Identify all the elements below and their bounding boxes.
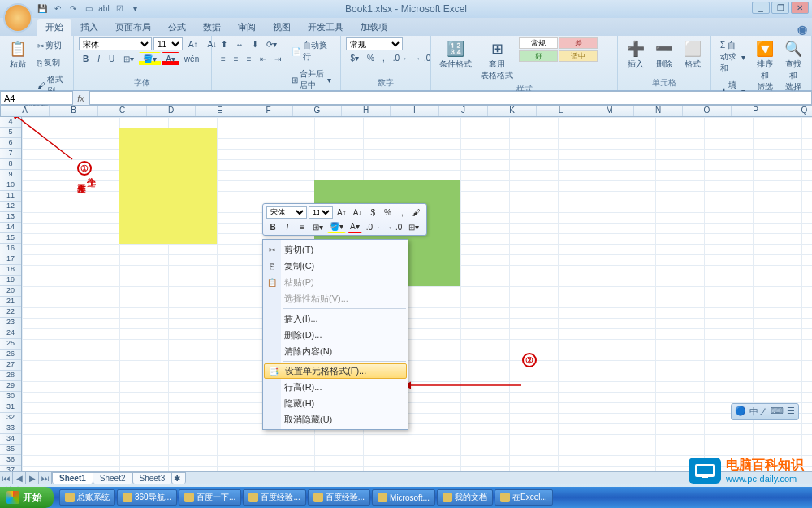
row-header[interactable]: 6 [0, 138, 21, 149]
delete-cells-button[interactable]: ➖删除 [651, 37, 677, 72]
row-header[interactable]: 13 [0, 212, 21, 223]
menu-row-height[interactable]: 行高(R)... [263, 379, 408, 395]
mini-dec-icon[interactable]: .0→ [364, 220, 383, 233]
row-header[interactable]: 19 [0, 276, 21, 286]
row-header[interactable]: 18 [0, 265, 21, 276]
wrap-text-button[interactable]: 📄 自动换行 [287, 37, 336, 65]
menu-delete[interactable]: 删除(D)... [263, 327, 408, 343]
style-good[interactable]: 好 [519, 50, 558, 62]
taskbar-item[interactable]: 在Excel... [495, 489, 553, 506]
row-header[interactable]: 34 [0, 434, 21, 445]
menu-unhide[interactable]: 取消隐藏(U) [263, 411, 408, 428]
grow-font-icon[interactable]: A↑ [184, 37, 202, 51]
phonetic-button[interactable]: wén [180, 52, 203, 66]
mini-font-select[interactable]: 宋体 [266, 206, 307, 219]
tab-addin[interactable]: 加载项 [352, 19, 395, 36]
qat-item[interactable]: ☑ [113, 2, 126, 15]
qat-item[interactable]: ▭ [82, 2, 95, 15]
mini-bold-button[interactable]: B [266, 220, 279, 233]
orientation-icon[interactable]: ⟳▾ [262, 37, 281, 51]
next-sheet-icon[interactable]: ▶ [26, 472, 39, 484]
row-header[interactable]: 23 [0, 318, 21, 328]
qat-undo-icon[interactable]: ↶ [51, 2, 64, 15]
options-icon[interactable]: ☰ [787, 406, 795, 418]
mini-border-icon[interactable]: ⊞▾ [310, 220, 326, 233]
cell-grid[interactable]: ① 选个作 全整工作表 宋体 11 A↑ A↓ $ % , 🖌 B I [22, 117, 812, 471]
mini-merge-icon[interactable]: ⊞▾ [406, 220, 421, 233]
qat-redo-icon[interactable]: ↷ [67, 2, 80, 15]
sheet-tab-2[interactable]: Sheet2 [93, 472, 133, 484]
mini-shrink-icon[interactable]: A↓ [351, 206, 365, 219]
tab-data[interactable]: 数据 [195, 19, 229, 36]
align-middle-icon[interactable]: ↔ [231, 37, 248, 51]
column-header[interactable]: G [293, 106, 342, 116]
mini-fill-icon[interactable]: 🪣▾ [327, 220, 346, 233]
qat-save-icon[interactable]: 💾 [36, 2, 49, 15]
column-header[interactable]: I [391, 106, 439, 116]
paste-button[interactable]: 📋粘贴 [5, 37, 31, 72]
style-neutral[interactable]: 适中 [559, 50, 598, 62]
column-header[interactable]: E [196, 106, 244, 116]
column-header[interactable]: H [342, 106, 391, 116]
column-header[interactable]: K [488, 106, 537, 116]
close-button[interactable]: ✕ [791, 2, 809, 14]
taskbar-item[interactable]: 360导航... [117, 489, 177, 506]
bold-button[interactable]: B [79, 52, 93, 66]
sheet-tab-1[interactable]: Sheet1 [52, 472, 93, 484]
mini-italic-button[interactable]: I [281, 220, 294, 233]
align-left-icon[interactable]: ≡ [217, 52, 230, 66]
column-header[interactable]: O [683, 106, 732, 116]
row-header[interactable]: 28 [0, 371, 21, 381]
row-header[interactable]: 15 [0, 233, 21, 244]
find-select-button[interactable]: 🔍查找和 选择 [780, 37, 806, 94]
row-header[interactable]: 4 [0, 117, 21, 128]
tab-dev[interactable]: 开发工具 [300, 19, 352, 36]
first-sheet-icon[interactable]: ⏮ [0, 472, 13, 484]
border-button[interactable]: ⊞▾ [119, 52, 138, 66]
taskbar-item[interactable]: 总账系统 [59, 489, 115, 506]
row-header[interactable]: 10 [0, 180, 21, 191]
sheet-tab-3[interactable]: Sheet3 [132, 472, 173, 484]
align-right-icon[interactable]: ≡ [243, 52, 256, 66]
align-bottom-icon[interactable]: ⬇ [248, 37, 262, 51]
office-button[interactable] [3, 3, 32, 33]
menu-copy[interactable]: ⎘复制(C) [263, 258, 408, 274]
indent-inc-icon[interactable]: ⇥ [270, 52, 285, 66]
column-header[interactable]: D [147, 106, 196, 116]
tab-layout[interactable]: 页面布局 [107, 19, 159, 36]
qat-dropdown-icon[interactable]: ▾ [128, 2, 141, 15]
menu-clear[interactable]: 清除内容(N) [263, 343, 408, 359]
copy-button[interactable]: ⎘ 复制 [33, 54, 68, 71]
row-header[interactable]: 12 [0, 202, 21, 212]
tab-view[interactable]: 视图 [265, 19, 299, 36]
percent-icon[interactable]: % [363, 51, 378, 65]
taskbar-item[interactable]: 百度经验... [308, 489, 370, 506]
tab-insert[interactable]: 插入 [72, 19, 106, 36]
font-size-select[interactable]: 11 [153, 37, 183, 50]
row-header[interactable]: 29 [0, 381, 21, 392]
row-header[interactable]: 31 [0, 402, 21, 413]
row-header[interactable]: 5 [0, 128, 21, 138]
row-header[interactable]: 30 [0, 392, 21, 402]
font-color-button[interactable]: A▾ [162, 52, 179, 66]
row-header[interactable]: 25 [0, 339, 21, 350]
row-header[interactable]: 32 [0, 413, 21, 423]
mini-grow-icon[interactable]: A↑ [335, 206, 349, 219]
style-bad[interactable]: 差 [559, 37, 598, 49]
restore-button[interactable]: ❐ [771, 2, 789, 14]
mini-dec2-icon[interactable]: ←.0 [385, 220, 404, 233]
table-format-button[interactable]: ⊞套用 表格格式 [477, 37, 516, 83]
indent-dec-icon[interactable]: ⇤ [256, 52, 270, 66]
column-header[interactable]: P [732, 106, 780, 116]
row-header[interactable]: 35 [0, 445, 21, 455]
row-header[interactable]: 8 [0, 159, 21, 170]
column-header[interactable]: Q [780, 106, 812, 116]
tab-home[interactable]: 开始 [37, 19, 71, 36]
row-header[interactable]: 24 [0, 328, 21, 339]
new-sheet-button[interactable]: ✱ [171, 472, 186, 484]
row-header[interactable]: 21 [0, 297, 21, 307]
mini-currency-icon[interactable]: $ [366, 206, 379, 219]
fill-color-button[interactable]: 🪣▾ [139, 52, 161, 66]
mini-painter-icon[interactable]: 🖌 [410, 206, 423, 219]
mini-percent-icon[interactable]: % [381, 206, 394, 219]
